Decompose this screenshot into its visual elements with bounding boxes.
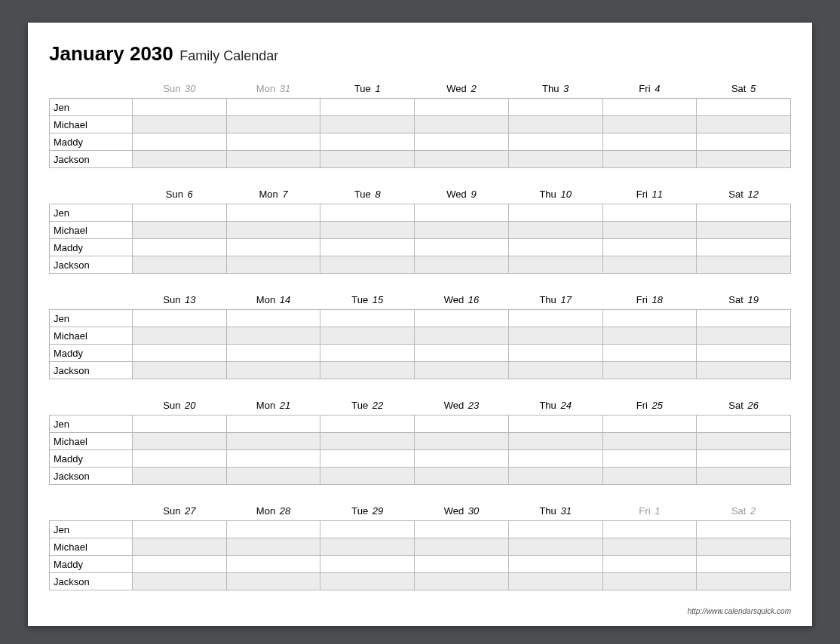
calendar-cell	[320, 204, 415, 222]
day-name: Thu	[539, 400, 556, 411]
name-column-header	[50, 290, 133, 310]
calendar-cell	[697, 256, 791, 274]
day-name: Tue	[351, 294, 368, 305]
week-block: Sun 27Mon 28Tue 29Wed 30Thu 31Fri 1Sat 2…	[49, 501, 791, 590]
member-row: Michael	[50, 327, 791, 345]
calendar-cell	[508, 521, 602, 538]
day-header: Fri 11	[602, 185, 697, 204]
calendar-cell	[320, 99, 415, 116]
day-header: Fri 18	[602, 290, 697, 310]
calendar-cell	[320, 256, 415, 274]
member-row: Maddy	[50, 450, 791, 468]
calendar-cell	[508, 362, 602, 379]
calendar-cell	[133, 239, 227, 256]
calendar-cell	[133, 116, 227, 133]
day-number: 25	[649, 400, 663, 411]
day-header: Wed 2	[415, 79, 509, 99]
calendar-cell	[415, 573, 509, 590]
calendar-cell	[508, 433, 602, 450]
day-name: Mon	[259, 189, 277, 200]
day-header: Tue 8	[320, 185, 415, 204]
member-name-cell: Maddy	[50, 133, 133, 151]
day-name: Sat	[728, 189, 743, 200]
calendar-cell	[602, 345, 697, 362]
day-number: 31	[277, 83, 290, 94]
day-header: Wed 23	[415, 396, 509, 416]
day-header: Tue 22	[320, 396, 415, 416]
calendar-cell	[508, 99, 602, 116]
day-name: Fri	[639, 83, 650, 94]
calendar-cell	[602, 99, 697, 116]
calendar-cell	[226, 521, 320, 538]
day-header-row: Sun 20Mon 21Tue 22Wed 23Thu 24Fri 25Sat …	[50, 396, 791, 416]
calendar-cell	[602, 204, 697, 222]
day-header-row: Sun 13Mon 14Tue 15Wed 16Thu 17Fri 18Sat …	[50, 290, 791, 310]
calendar-cell	[697, 239, 791, 256]
member-row: Jackson	[50, 573, 791, 590]
member-name-cell: Michael	[50, 222, 133, 239]
day-name: Thu	[542, 83, 559, 94]
calendar-cell	[133, 151, 227, 168]
day-number: 16	[465, 294, 479, 305]
calendar-cell	[415, 310, 509, 327]
day-name: Tue	[354, 189, 371, 200]
calendar-cell	[697, 416, 791, 433]
day-header: Sat 19	[697, 290, 791, 310]
calendar-cell	[226, 416, 320, 433]
day-number: 18	[649, 294, 663, 305]
calendar-cell	[697, 573, 791, 590]
member-row: Jen	[50, 99, 791, 116]
name-column-header	[50, 396, 133, 416]
member-row: Jen	[50, 310, 791, 327]
day-number: 1	[652, 505, 661, 517]
member-row: Maddy	[50, 239, 791, 256]
calendar-cell	[133, 416, 227, 433]
day-header: Tue 15	[320, 290, 415, 310]
member-name-cell: Jen	[50, 416, 133, 433]
calendar-cell	[508, 556, 602, 573]
calendar-cell	[133, 521, 227, 538]
day-number: 23	[465, 400, 479, 411]
day-name: Tue	[354, 83, 371, 94]
member-name-cell: Jackson	[50, 362, 133, 379]
calendar-cell	[226, 116, 320, 133]
day-number: 3	[560, 83, 569, 94]
calendar-cell	[320, 362, 415, 379]
member-name-cell: Michael	[50, 538, 133, 556]
calendar-cell	[133, 222, 227, 239]
calendar-cell	[226, 99, 320, 116]
calendar-cell	[602, 433, 697, 450]
day-number: 19	[745, 294, 759, 305]
day-number: 8	[372, 189, 381, 200]
day-header: Mon 21	[226, 396, 320, 416]
calendar-cell	[697, 345, 791, 362]
calendar-cell	[226, 204, 320, 222]
calendar-cell	[320, 556, 415, 573]
day-name: Thu	[539, 189, 556, 200]
member-name-cell: Michael	[50, 433, 133, 450]
day-header: Thu 17	[508, 290, 602, 310]
day-name: Thu	[539, 294, 556, 305]
day-header: Thu 10	[508, 185, 602, 204]
calendar-cell	[320, 222, 415, 239]
member-row: Michael	[50, 116, 791, 133]
calendar-cell	[226, 573, 320, 590]
calendar-page: January 2030 Family Calendar Sun 30Mon 3…	[28, 23, 812, 626]
day-header: Tue 29	[320, 501, 415, 521]
day-header-row: Sun 30Mon 31Tue 1Wed 2Thu 3Fri 4Sat 5	[50, 79, 791, 99]
day-number: 30	[182, 83, 195, 94]
member-name-cell: Michael	[50, 116, 133, 133]
calendar-cell	[697, 99, 791, 116]
day-name: Fri	[639, 505, 650, 517]
day-header: Wed 16	[415, 290, 509, 310]
calendar-cell	[133, 310, 227, 327]
day-header: Mon 7	[226, 185, 320, 204]
day-number: 31	[558, 505, 572, 517]
calendar-cell	[415, 362, 509, 379]
calendar-cell	[226, 433, 320, 450]
day-number: 22	[369, 400, 383, 411]
day-name: Fri	[636, 400, 648, 411]
calendar-cell	[508, 116, 602, 133]
day-number: 30	[465, 505, 479, 517]
calendar-cell	[697, 362, 791, 379]
